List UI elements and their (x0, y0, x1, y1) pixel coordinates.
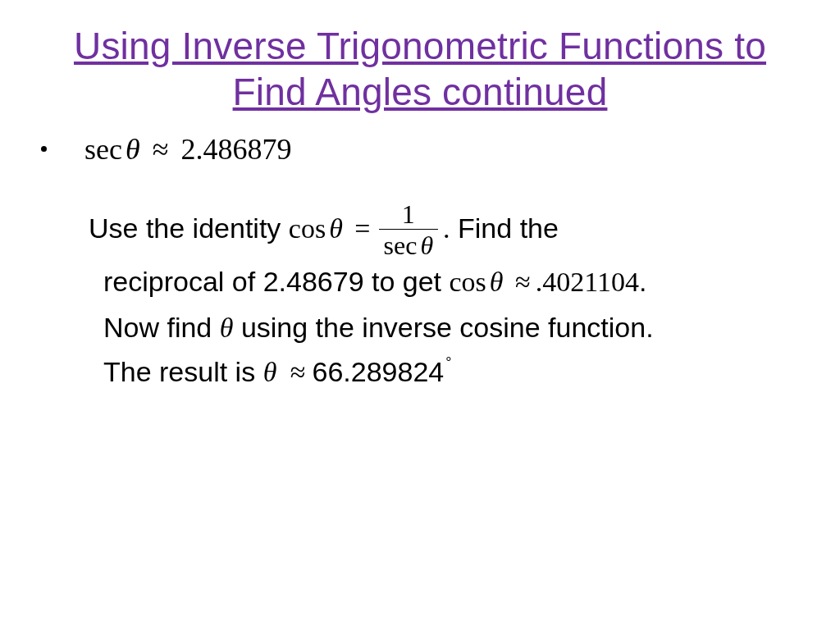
approx-symbol: ≈ (290, 357, 306, 387)
fraction-numerator: 1 (394, 201, 423, 229)
approx-symbol: ≈ (515, 267, 531, 297)
fraction-denominator: secθ (379, 229, 439, 258)
fraction: 1 secθ (379, 201, 439, 258)
para2-line1: Now find θ using the inverse cosine func… (103, 306, 786, 350)
theta-symbol: θ (490, 267, 504, 297)
slide: Using Inverse Trigonometric Functions to… (0, 0, 840, 630)
degree-symbol: ° (445, 354, 451, 371)
equals-symbol: = (354, 213, 370, 244)
slide-title: Using Inverse Trigonometric Functions to… (38, 23, 802, 115)
sec-label: sec (384, 231, 418, 260)
para1-line2: reciprocal of 2.48679 to get cosθ ≈.4021… (89, 260, 786, 304)
theta-symbol: θ (329, 213, 343, 244)
cos-label: cos (450, 267, 486, 297)
bullet-equation: secθ ≈ 2.486879 (84, 131, 291, 168)
paragraph-2: Now find θ using the inverse cosine func… (89, 306, 786, 394)
period: . (443, 213, 450, 244)
sec-label: sec (84, 133, 122, 166)
bullet-icon (41, 146, 47, 152)
para1-lead: Use the identity (89, 212, 289, 244)
identity-equation: cosθ = 1 secθ . (289, 213, 450, 244)
paragraph-1: Use the identity cosθ = 1 secθ . Find th… (89, 203, 786, 304)
result-value: 66.289824 (313, 356, 445, 387)
para1-line2a: reciprocal of 2.48679 to get (103, 266, 450, 297)
result-equation: θ ≈ (263, 357, 313, 387)
theta-symbol: θ (263, 357, 277, 387)
para2-c: The result is (103, 356, 263, 387)
para2-a: Now find (103, 312, 220, 343)
theta-symbol: θ (126, 133, 140, 166)
theta-symbol: θ (220, 313, 234, 343)
cos-value: .4021104 (536, 267, 639, 297)
para1-line1: Use the identity cosθ = 1 secθ . Find th… (89, 203, 786, 260)
approx-symbol: ≈ (153, 133, 169, 166)
theta-symbol: θ (420, 231, 433, 260)
period: . (639, 266, 646, 297)
cos-result: cosθ ≈.4021104 (450, 267, 639, 297)
para2-line2: The result is θ ≈66.289824° (103, 350, 786, 395)
para1-tail: Find the (450, 212, 559, 244)
bullet-item: secθ ≈ 2.486879 (41, 131, 802, 168)
sec-value: 2.486879 (180, 133, 291, 166)
para2-b: using the inverse cosine function. (233, 312, 653, 343)
cos-label: cos (289, 213, 326, 244)
